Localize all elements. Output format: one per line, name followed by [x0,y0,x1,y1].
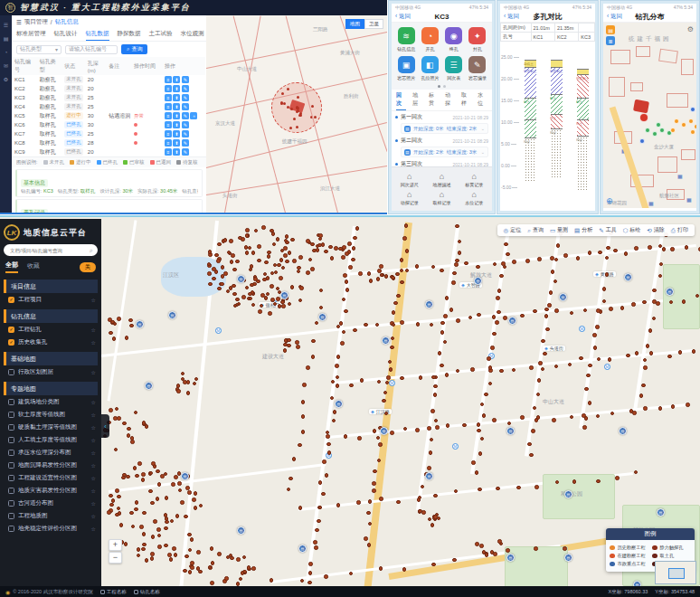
borehole-dot[interactable] [520,415,525,420]
borehole-dot[interactable] [356,500,361,505]
borehole-dot[interactable] [643,406,648,411]
borehole-dot[interactable] [258,309,262,314]
borehole-dot[interactable] [536,415,541,420]
borehole-dot[interactable] [477,429,481,433]
borehole-dot[interactable] [390,431,394,435]
borehole-dot[interactable] [588,251,592,255]
borehole-dot[interactable] [295,340,299,345]
borehole-dot[interactable] [372,488,376,493]
metro-icon[interactable]: M [579,326,585,332]
borehole-dot[interactable] [308,258,313,262]
borehole-dot[interactable] [178,488,183,493]
borehole-dot[interactable] [582,413,586,418]
tab-3[interactable]: 静探数据 [118,29,141,41]
borehole-dot[interactable] [150,501,155,506]
borehole-dot[interactable] [210,546,214,551]
borehole-dot[interactable] [643,358,648,363]
borehole-dot[interactable] [301,414,306,419]
layer-checkbox[interactable] [8,526,14,532]
borehole-dot[interactable] [377,380,382,384]
metro-icon[interactable]: M [389,380,395,386]
borehole-dot[interactable] [142,532,147,536]
borehole-dot[interactable] [396,500,401,505]
borehole-dot[interactable] [353,236,357,241]
borehole-dot[interactable] [344,309,348,314]
borehole-dot[interactable] [117,495,121,499]
borehole-dot[interactable] [480,437,485,441]
search-box[interactable]: ⌕ [4,244,98,256]
project-marker[interactable]: ▤ [237,526,245,535]
star-icon[interactable]: ☆ [91,500,96,507]
borehole-dot[interactable] [298,255,303,260]
borehole-dot[interactable] [311,339,316,344]
borehole-dot[interactable] [358,271,363,276]
borehole-dot[interactable] [188,548,193,553]
borehole-dot[interactable] [319,306,324,310]
project-marker[interactable]: ▤ [181,472,189,480]
borehole-dot[interactable] [251,566,256,571]
borehole-dot[interactable] [493,262,497,267]
borehole-dot[interactable] [443,314,448,318]
borehole-dot[interactable] [250,283,254,288]
project-marker[interactable]: ▤ [624,273,632,281]
zoom-out-button[interactable]: − [109,552,122,564]
borehole-dot[interactable] [287,344,291,348]
project-marker[interactable]: ▤ [237,275,245,283]
borehole-dot[interactable] [507,422,512,426]
borehole-dot[interactable] [355,226,360,231]
project-marker[interactable]: ▤ [145,382,153,390]
layer-checkbox[interactable]: ✓ [8,327,14,333]
borehole-dot[interactable] [122,473,127,478]
borehole-dot[interactable] [597,357,601,362]
section-header[interactable]: 专题地图 [4,382,98,395]
row-action-button[interactable]: ≡ [165,76,172,83]
borehole-dot[interactable] [400,258,404,262]
borehole-dot[interactable] [626,354,630,358]
borehole-dot[interactable] [552,418,556,422]
borehole-dot[interactable] [226,289,231,294]
app-shortcut[interactable]: ☰回次表 [442,56,466,81]
borehole-dot[interactable] [430,438,434,442]
borehole-dot[interactable] [479,544,484,548]
layer-switch-toggle[interactable]: 关 [80,262,96,272]
borehole-dot[interactable] [563,253,568,258]
row-action-button[interactable]: ⬆ [173,130,180,137]
borehole-dot[interactable] [278,304,282,308]
borehole-dot[interactable] [311,355,316,359]
rail-icon[interactable]: ☰ [4,23,8,28]
borehole-dot[interactable] [326,442,331,447]
layer-checkbox[interactable] [8,488,14,494]
borehole-dot[interactable] [264,261,269,265]
borehole-dot[interactable] [212,267,216,271]
borehole-dot[interactable] [416,322,421,327]
borehole-dot[interactable] [192,498,196,502]
borehole-dot[interactable] [541,339,545,344]
row-action-button[interactable]: ⬆ [173,85,180,92]
borehole-dot[interactable] [157,545,162,549]
row-action-button[interactable]: ✎ [182,76,189,83]
borehole-dot[interactable] [541,367,545,372]
back-button[interactable]: ‹ 返回 [395,13,411,21]
borehole-dot[interactable] [289,477,293,481]
borehole-dot[interactable] [415,264,420,269]
rail-icon[interactable]: ⚙ [4,77,8,82]
sidebar-collapse-button[interactable]: ‹ [101,414,109,438]
rail-icon[interactable]: ✉ [4,63,8,69]
table-row[interactable]: KC7取样孔已终孔25≡⬆✎ [13,129,205,138]
borehole-dot[interactable] [418,509,422,514]
borehole-dot[interactable] [554,308,559,313]
borehole-dot[interactable] [634,470,639,475]
borehole-dot[interactable] [415,428,420,432]
star-icon[interactable]: ☆ [91,462,96,469]
borehole-dot-blue[interactable] [690,107,695,112]
borehole-dot[interactable] [221,274,225,279]
borehole-dot[interactable] [635,351,639,355]
project-marker[interactable]: ▤ [380,427,388,435]
borehole-dot[interactable] [643,365,648,370]
borehole-dot[interactable] [280,249,285,253]
borehole-dot-orange[interactable] [670,128,676,133]
borehole-dot[interactable] [326,434,330,439]
borehole-dot[interactable] [312,249,317,253]
borehole-dot[interactable] [241,295,246,299]
borehole-dot[interactable] [229,239,233,243]
